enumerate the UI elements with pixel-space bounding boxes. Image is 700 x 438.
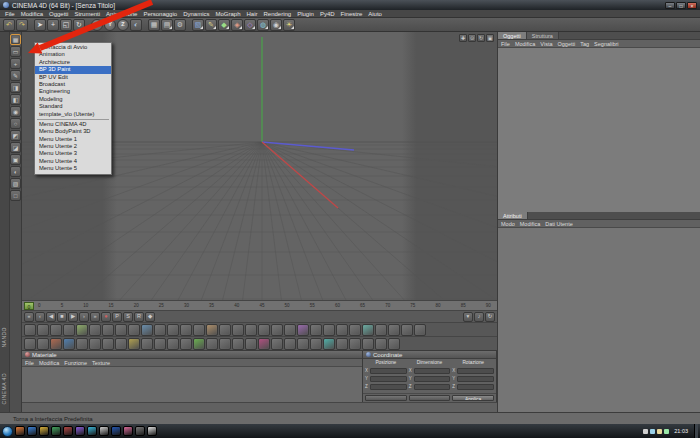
palette-icon[interactable]	[258, 324, 270, 336]
palette-icon[interactable]	[180, 338, 192, 350]
attribute-menu-modifica[interactable]: Modifica	[520, 221, 540, 227]
toggle-view-icon[interactable]: ▣	[486, 34, 494, 42]
palette-icon[interactable]	[388, 338, 400, 350]
palette-icon[interactable]	[89, 338, 101, 350]
palette-icon[interactable]	[50, 324, 62, 336]
menubar-item-modifica[interactable]: Modifica	[21, 11, 43, 17]
material-panel-header[interactable]: Materiale	[22, 351, 362, 359]
object-menu-oggetti[interactable]: Oggetti	[558, 41, 576, 47]
layout-menu-item-engineering[interactable]: Engineering	[35, 88, 111, 95]
coord-size-dropdown[interactable]	[409, 395, 451, 401]
layout-menu-item-template_vlo-(utente)[interactable]: template_vlo (Utente)	[35, 111, 111, 118]
palette-icon[interactable]	[323, 324, 335, 336]
menubar-item-rendering[interactable]: Rendering	[264, 11, 292, 17]
menubar-item-plugin[interactable]: Plugin	[297, 11, 314, 17]
palette-icon[interactable]	[401, 324, 413, 336]
fill-bucket-icon[interactable]: ◧	[10, 94, 21, 105]
maximize-button[interactable]: □	[676, 2, 686, 9]
coord-mode-dropdown[interactable]	[365, 395, 407, 401]
layout-menu-item-modeling[interactable]: Modeling	[35, 96, 111, 103]
palette-icon[interactable]	[193, 338, 205, 350]
material-panel-body[interactable]	[22, 367, 362, 402]
play-icon[interactable]: ▶	[68, 312, 78, 322]
material-menu-file[interactable]: File	[25, 360, 34, 366]
layout-menu-item-standard[interactable]: Standard	[35, 103, 111, 110]
add-nurbs-icon[interactable]: ◆	[218, 19, 230, 31]
layout-menu-item-menu-utente-1[interactable]: Menu Utente 1	[35, 136, 111, 143]
coordinate-system-icon[interactable]: ◐	[130, 19, 142, 31]
menubar-item-mograph[interactable]: MoGraph	[215, 11, 240, 17]
add-environment-icon[interactable]: ◍	[257, 19, 269, 31]
menubar-item-aiuto[interactable]: Aiuto	[368, 11, 382, 17]
attribute-menu-modo[interactable]: Modo	[501, 221, 515, 227]
layout-menu-item-menu-bodypaint-3d[interactable]: Menu BodyPaint 3D	[35, 128, 111, 135]
layout-menu-item-menu-utente-4[interactable]: Menu Utente 4	[35, 158, 111, 165]
palette-icon[interactable]	[206, 338, 218, 350]
taskbar-app-icon-12[interactable]	[147, 426, 157, 436]
palette-icon[interactable]	[24, 324, 36, 336]
palette-icon[interactable]	[414, 324, 426, 336]
palette-icon[interactable]	[310, 324, 322, 336]
rotate-icon[interactable]: ↻	[73, 19, 85, 31]
axis-z-button[interactable]: Z	[117, 19, 129, 31]
coordinate-field-dimensione-y[interactable]	[414, 376, 451, 382]
palette-icon[interactable]	[271, 324, 283, 336]
apply-button[interactable]: Applica	[452, 395, 494, 401]
coordinate-field-dimensione-x[interactable]	[414, 368, 451, 374]
smear-icon[interactable]: ◪	[10, 142, 21, 153]
key-position-icon[interactable]: P	[112, 312, 122, 322]
palette-icon[interactable]	[362, 338, 374, 350]
next-key-icon[interactable]: ›	[79, 312, 89, 322]
palette-icon[interactable]	[349, 338, 361, 350]
object-menu-segnalibri[interactable]: Segnalibri	[594, 41, 618, 47]
magnify-icon[interactable]: ○	[10, 118, 21, 129]
timeline-current-frame-marker[interactable]: 0	[24, 302, 34, 310]
taskbar-app-icon-2[interactable]	[27, 426, 37, 436]
title-bar[interactable]: CINEMA 4D (64 Bit) - [Senza Titolo] –□×	[0, 0, 700, 10]
layout-menu-item-bp-uv-edit[interactable]: BP UV Edit	[35, 74, 111, 81]
menubar-item-strumenti[interactable]: Strumenti	[74, 11, 100, 17]
color-picker-icon[interactable]: ◉	[10, 106, 21, 117]
layout-menu-item-animation[interactable]: Animation	[35, 51, 111, 58]
layout-menu-item-menu-cinema-4d[interactable]: Menu CINEMA 4D	[35, 121, 111, 128]
tray-icon-3[interactable]	[657, 429, 662, 434]
menubar-item-animazione[interactable]: Animazione	[106, 11, 137, 17]
start-button[interactable]	[2, 426, 13, 437]
palette-icon[interactable]	[232, 324, 244, 336]
palette-icon[interactable]	[323, 338, 335, 350]
coordinate-panel-header[interactable]: Coordinate	[363, 351, 496, 359]
palette-icon[interactable]	[271, 338, 283, 350]
palette-icon[interactable]	[349, 324, 361, 336]
add-light-icon[interactable]: ☀	[283, 19, 295, 31]
coordinate-field-rotazione-x[interactable]	[457, 368, 494, 374]
coordinate-field-rotazione-y[interactable]	[457, 376, 494, 382]
palette-icon[interactable]	[336, 324, 348, 336]
clone-stamp-icon[interactable]: ▣	[10, 154, 21, 165]
menubar-item-hair[interactable]: Hair	[246, 11, 257, 17]
tray-icon-1[interactable]	[643, 429, 648, 434]
move-icon[interactable]: +	[47, 19, 59, 31]
taskbar-app-icon-3[interactable]	[39, 426, 49, 436]
material-menu-texture[interactable]: Texture	[92, 360, 110, 366]
move-tool-icon[interactable]: +	[10, 58, 21, 69]
close-button[interactable]: ×	[687, 2, 697, 9]
menubar-item-finestre[interactable]: Finestre	[341, 11, 363, 17]
taskbar-app-icon-5[interactable]	[63, 426, 73, 436]
palette-icon[interactable]	[375, 324, 387, 336]
prev-key-icon[interactable]: ‹	[35, 312, 45, 322]
zoom-view-icon[interactable]: ⊙	[468, 34, 476, 42]
record-icon[interactable]: ●	[101, 312, 111, 322]
object-menu-vista[interactable]: Vista	[540, 41, 552, 47]
eraser-icon[interactable]: ◨	[10, 82, 21, 93]
palette-icon[interactable]	[63, 338, 75, 350]
goto-start-icon[interactable]: «	[24, 312, 34, 322]
attribute-manager-body[interactable]	[498, 228, 700, 412]
layout-menu-item-menu-utente-5[interactable]: Menu Utente 5	[35, 165, 111, 172]
crop-icon[interactable]: □	[10, 190, 21, 201]
undo-icon[interactable]: ↶	[3, 19, 15, 31]
live-selection-icon[interactable]: ➤	[34, 19, 46, 31]
palette-icon[interactable]	[115, 338, 127, 350]
palette-icon[interactable]	[37, 324, 49, 336]
palette-icon[interactable]	[37, 338, 49, 350]
pan-view-icon[interactable]: ✚	[459, 34, 467, 42]
